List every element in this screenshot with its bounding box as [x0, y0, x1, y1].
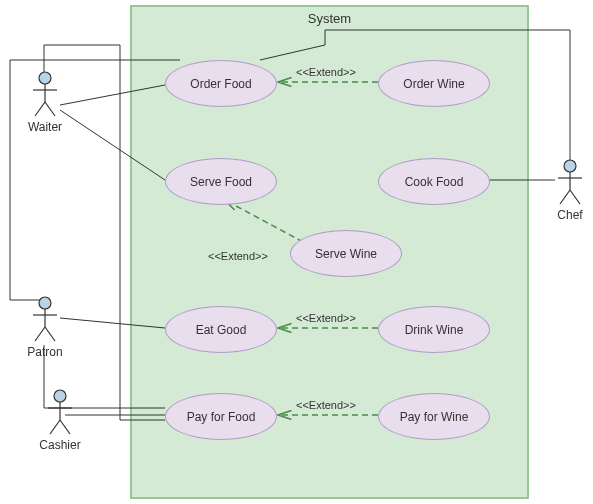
usecase-drink-wine[interactable]: Drink Wine — [378, 306, 490, 353]
svg-point-14 — [564, 160, 576, 172]
svg-line-17 — [560, 190, 570, 204]
svg-line-28 — [60, 420, 70, 434]
actor-icon — [30, 70, 60, 118]
actor-patron[interactable]: Patron — [30, 295, 60, 359]
stereotype-extend: <<Extend>> — [296, 312, 356, 324]
actor-icon — [555, 158, 585, 206]
usecase-order-food[interactable]: Order Food — [165, 60, 277, 107]
svg-line-12 — [35, 102, 45, 116]
system-title: System — [132, 11, 527, 26]
svg-point-19 — [39, 297, 51, 309]
svg-point-24 — [54, 390, 66, 402]
usecase-pay-for-wine[interactable]: Pay for Wine — [378, 393, 490, 440]
usecase-serve-food[interactable]: Serve Food — [165, 158, 277, 205]
usecase-serve-wine[interactable]: Serve Wine — [290, 230, 402, 277]
stereotype-extend: <<Extend>> — [296, 66, 356, 78]
svg-line-27 — [50, 420, 60, 434]
actor-icon — [45, 388, 75, 436]
usecase-eat-good[interactable]: Eat Good — [165, 306, 277, 353]
actor-label: Chef — [545, 208, 593, 222]
actor-label: Patron — [20, 345, 70, 359]
actor-chef[interactable]: Chef — [555, 158, 585, 222]
svg-line-22 — [35, 327, 45, 341]
svg-line-13 — [45, 102, 55, 116]
usecase-cook-food[interactable]: Cook Food — [378, 158, 490, 205]
usecase-pay-for-food[interactable]: Pay for Food — [165, 393, 277, 440]
actor-icon — [30, 295, 60, 343]
actor-cashier[interactable]: Cashier — [45, 388, 75, 452]
stereotype-extend: <<Extend>> — [208, 250, 268, 262]
stereotype-extend: <<Extend>> — [296, 399, 356, 411]
svg-line-23 — [45, 327, 55, 341]
actor-label: Cashier — [35, 438, 85, 452]
svg-point-9 — [39, 72, 51, 84]
svg-line-18 — [570, 190, 580, 204]
actor-label: Waiter — [20, 120, 70, 134]
usecase-order-wine[interactable]: Order Wine — [378, 60, 490, 107]
actor-waiter[interactable]: Waiter — [30, 70, 60, 134]
